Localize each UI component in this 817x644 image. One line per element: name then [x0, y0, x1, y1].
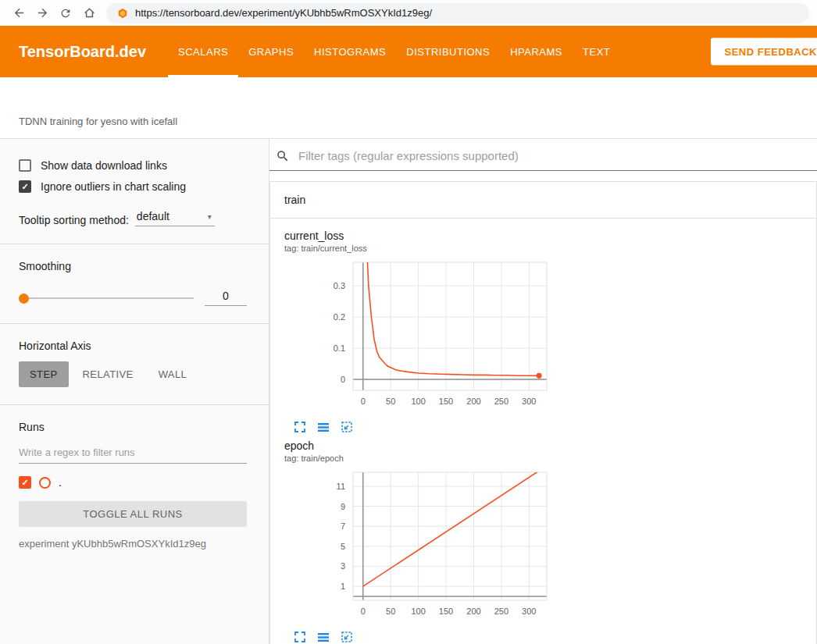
filter-tags-row	[269, 139, 817, 171]
fit-domain-icon[interactable]	[341, 421, 353, 433]
horizontal-axis-label: Horizontal Axis	[19, 340, 247, 352]
back-icon[interactable]	[8, 2, 30, 24]
settings-sidebar: Show data download links Ignore outliers…	[0, 139, 269, 644]
tab-histograms[interactable]: HISTOGRAMS	[304, 26, 396, 77]
horizontal-axis-buttons: STEP RELATIVE WALL	[19, 361, 247, 387]
svg-text:0.1: 0.1	[334, 343, 345, 353]
svg-text:100: 100	[411, 607, 425, 616]
filter-tags-input[interactable]	[297, 148, 817, 163]
svg-text:11: 11	[337, 482, 345, 491]
train-section-header[interactable]: train	[270, 182, 816, 219]
svg-text:200: 200	[466, 607, 480, 616]
tab-text[interactable]: TEXT	[573, 26, 620, 77]
scalars-main: train current_loss tag: train/current_lo…	[269, 139, 817, 644]
svg-text:0: 0	[341, 375, 345, 384]
forward-icon[interactable]	[31, 2, 53, 24]
home-icon[interactable]	[78, 2, 100, 24]
tooltip-sorting-label: Tooltip sorting method:	[19, 214, 129, 226]
axis-wall-button[interactable]: WALL	[148, 361, 198, 387]
svg-text:50: 50	[386, 607, 395, 616]
view-data-icon[interactable]	[317, 631, 330, 643]
tensorboard-favicon	[117, 8, 128, 19]
chart-card-current-loss: current_loss tag: train/current_loss 00.…	[284, 229, 551, 433]
sidebar-divider	[0, 404, 269, 405]
url-text: https://tensorboard.dev/experiment/yKUbh…	[135, 7, 432, 19]
smoothing-slider-knob[interactable]	[19, 294, 29, 304]
run-name: .	[59, 476, 62, 489]
show-download-links-label: Show data download links	[41, 159, 167, 172]
send-feedback-button[interactable]: SEND FEEDBACK	[711, 38, 817, 66]
tab-distributions[interactable]: DISTRIBUTIONS	[396, 26, 500, 77]
tooltip-sorting-row: Tooltip sorting method: default ▾	[19, 210, 247, 226]
charts-grid: current_loss tag: train/current_loss 00.…	[270, 219, 816, 644]
svg-text:300: 300	[522, 607, 536, 616]
svg-text:3: 3	[341, 561, 345, 571]
chart-toolbar	[284, 631, 551, 643]
svg-text:1: 1	[341, 582, 345, 591]
svg-text:300: 300	[522, 397, 536, 406]
tab-graphs[interactable]: GRAPHS	[238, 26, 304, 77]
run-checkbox[interactable]	[19, 476, 31, 489]
content: Show data download links Ignore outliers…	[0, 139, 817, 644]
expand-chart-icon[interactable]	[294, 631, 306, 643]
svg-text:7: 7	[341, 521, 345, 531]
svg-text:50: 50	[386, 397, 395, 406]
svg-text:9: 9	[341, 502, 345, 511]
view-data-icon[interactable]	[317, 421, 330, 433]
chart-title: epoch	[284, 439, 551, 452]
tooltip-sorting-dropdown[interactable]: default ▾	[135, 210, 215, 226]
line-chart[interactable]: 1357911050100150200250300	[284, 469, 551, 629]
brand-logo[interactable]: TensorBoard.dev	[19, 43, 146, 61]
chart-tag: tag: train/epoch	[284, 454, 551, 463]
tab-bar: SCALARS GRAPHS HISTOGRAMS DISTRIBUTIONS …	[168, 26, 620, 77]
smoothing-label: Smoothing	[19, 260, 247, 272]
address-bar[interactable]: https://tensorboard.dev/experiment/yKUbh…	[106, 3, 809, 23]
runs-filter	[19, 441, 247, 464]
train-section-card: train current_loss tag: train/current_lo…	[269, 181, 817, 644]
browser-chrome: https://tensorboard.dev/experiment/yKUbh…	[0, 0, 817, 26]
experiment-subheader: TDNN training for yesno with icefall	[0, 77, 817, 139]
chevron-down-icon: ▾	[208, 212, 212, 221]
run-color-swatch	[39, 477, 51, 489]
svg-text:0.2: 0.2	[334, 312, 345, 322]
svg-text:250: 250	[494, 397, 508, 406]
axis-relative-button[interactable]: RELATIVE	[72, 361, 144, 387]
show-download-links-checkbox[interactable]	[19, 159, 31, 172]
tab-scalars[interactable]: SCALARS	[168, 26, 238, 77]
experiment-id-label: experiment yKUbhb5wRmOSXYkId1z9eg	[19, 538, 247, 550]
sidebar-divider	[0, 244, 269, 244]
svg-text:150: 150	[439, 607, 453, 616]
svg-text:100: 100	[411, 397, 425, 406]
app-header: TensorBoard.dev SCALARS GRAPHS HISTOGRAM…	[0, 26, 817, 77]
svg-text:0.3: 0.3	[334, 281, 345, 290]
ignore-outliers-label: Ignore outliers in chart scaling	[41, 180, 186, 193]
line-chart[interactable]: 00.10.20.3050100150200250300	[284, 259, 551, 419]
tab-hparams[interactable]: HPARAMS	[500, 26, 573, 77]
runs-label: Runs	[19, 421, 247, 433]
sidebar-divider	[0, 323, 269, 324]
svg-text:0: 0	[361, 607, 366, 616]
fit-domain-icon[interactable]	[341, 631, 353, 643]
toggle-all-runs-button[interactable]: TOGGLE ALL RUNS	[19, 501, 247, 527]
experiment-description: TDNN training for yesno with icefall	[19, 116, 177, 127]
chart-title: current_loss	[284, 229, 551, 242]
expand-chart-icon[interactable]	[294, 421, 306, 433]
ignore-outliers-checkbox[interactable]	[19, 180, 31, 193]
run-row[interactable]: .	[19, 476, 247, 489]
smoothing-value[interactable]: 0	[205, 290, 247, 306]
svg-text:5: 5	[341, 542, 345, 551]
runs-filter-input[interactable]	[19, 441, 247, 464]
svg-text:150: 150	[439, 397, 453, 406]
chart-card-epoch: epoch tag: train/epoch 13579110501001502…	[284, 439, 551, 643]
chart-tag: tag: train/current_loss	[284, 244, 551, 253]
axis-step-button[interactable]: STEP	[19, 361, 69, 387]
search-icon	[276, 149, 290, 163]
show-download-links-row[interactable]: Show data download links	[19, 159, 247, 172]
refresh-icon[interactable]	[55, 2, 77, 24]
svg-text:250: 250	[494, 607, 508, 616]
svg-text:200: 200	[466, 397, 480, 406]
chart-toolbar	[284, 421, 551, 433]
svg-text:0: 0	[361, 397, 366, 406]
smoothing-slider[interactable]	[19, 293, 194, 304]
ignore-outliers-row[interactable]: Ignore outliers in chart scaling	[19, 180, 247, 193]
